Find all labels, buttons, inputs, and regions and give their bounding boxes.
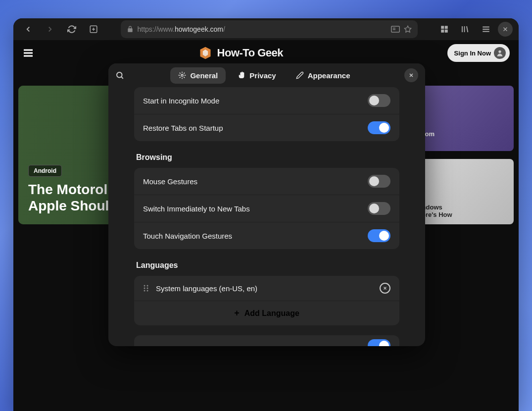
language-label: System languages (en-US, en)	[156, 284, 373, 293]
tab-privacy-label: Privacy	[249, 71, 276, 80]
forward-button[interactable]	[41, 20, 59, 38]
setting-touch-nav: Touch Navigation Gestures	[134, 222, 399, 249]
drag-handle-icon[interactable]	[143, 284, 149, 292]
tab-appearance[interactable]: Appearance	[288, 67, 358, 84]
svg-point-35	[147, 290, 148, 292]
add-language-button[interactable]: + Add Language	[134, 301, 399, 325]
browsing-settings-group: Mouse Gestures Switch Immediately to New…	[134, 168, 399, 249]
hand-icon	[238, 71, 245, 79]
site-header: How-To Geek Sign In Now	[13, 40, 519, 66]
tab-appearance-label: Appearance	[308, 71, 350, 80]
add-language-label: Add Language	[244, 309, 299, 318]
svg-rect-7	[441, 26, 444, 29]
setting-incognito: Start in Incognito Mode	[134, 87, 399, 114]
gear-icon	[178, 71, 186, 79]
switch-tabs-label: Switch Immediately to New Tabs	[143, 205, 250, 213]
close-window-button[interactable]	[498, 22, 513, 37]
incognito-label: Start in Incognito Mode	[143, 97, 219, 105]
tab-privacy[interactable]: Privacy	[230, 67, 284, 84]
settings-modal: General Privacy Appearance Start in Inco…	[108, 63, 425, 346]
remove-language-button[interactable]	[380, 283, 390, 294]
switch-tabs-toggle[interactable]	[368, 202, 390, 215]
startup-settings-group: Start in Incognito Mode Restore Tabs on …	[134, 87, 399, 141]
sign-in-label: Sign In Now	[454, 50, 491, 57]
svg-point-25	[117, 72, 122, 78]
plus-icon: +	[234, 308, 240, 318]
menu-icon[interactable]	[477, 20, 495, 38]
settings-search-icon[interactable]	[115, 71, 124, 80]
svg-rect-8	[445, 26, 448, 29]
svg-point-22	[498, 51, 501, 53]
svg-point-34	[144, 290, 145, 292]
url-text: https://www.howtogeek.com/	[138, 25, 387, 33]
setting-restore-tabs: Restore Tabs on Startup	[134, 114, 399, 141]
setting-mouse-gestures: Mouse Gestures	[134, 168, 399, 195]
tab-general-label: General	[190, 71, 218, 80]
modal-close-button[interactable]	[404, 68, 418, 82]
close-icon	[383, 286, 387, 291]
reload-button[interactable]	[63, 20, 81, 38]
touch-nav-label: Touch Navigation Gestures	[143, 232, 232, 240]
avatar-icon	[494, 47, 506, 59]
back-button[interactable]	[19, 20, 37, 38]
svg-marker-6	[404, 26, 411, 32]
tab-general[interactable]: General	[170, 67, 226, 84]
svg-line-26	[121, 77, 123, 78]
restore-tabs-label: Restore Tabs on Startup	[143, 124, 223, 132]
browser-toolbar: https://www.howtogeek.com/	[13, 18, 519, 40]
site-logo[interactable]: How-To Geek	[198, 46, 283, 60]
close-icon	[408, 72, 414, 78]
svg-point-30	[144, 285, 145, 287]
modal-header: General Privacy Appearance	[108, 63, 425, 87]
reader-mode-icon[interactable]	[391, 26, 400, 33]
mouse-gestures-label: Mouse Gestures	[143, 177, 197, 186]
hero-tag[interactable]: Android	[28, 165, 62, 177]
languages-group: System languages (en-US, en) + Add Langu…	[134, 276, 399, 325]
languages-heading: Languages	[134, 251, 399, 276]
restore-tabs-toggle[interactable]	[368, 121, 390, 134]
language-item-system: System languages (en-US, en)	[134, 276, 399, 301]
lock-icon	[127, 26, 134, 33]
tabs-grid-icon[interactable]	[435, 20, 453, 38]
partial-next-group	[134, 335, 399, 346]
logo-icon	[198, 46, 212, 60]
pencil-icon	[296, 71, 304, 79]
svg-point-32	[144, 288, 145, 289]
library-icon[interactable]	[456, 20, 474, 38]
address-bar[interactable]: https://www.howtogeek.com/	[121, 20, 418, 38]
logo-text: How-To Geek	[217, 47, 283, 59]
svg-rect-9	[441, 30, 444, 33]
svg-point-27	[181, 74, 183, 76]
hamburger-menu[interactable]	[22, 47, 34, 59]
svg-point-33	[147, 288, 148, 289]
sign-in-button[interactable]: Sign In Now	[447, 44, 510, 62]
new-tab-button[interactable]	[85, 20, 102, 38]
svg-line-13	[467, 26, 468, 32]
touch-nav-toggle[interactable]	[368, 229, 390, 242]
incognito-toggle[interactable]	[368, 94, 390, 107]
svg-rect-10	[445, 30, 448, 33]
setting-switch-tabs: Switch Immediately to New Tabs	[134, 195, 399, 222]
partial-toggle[interactable]	[368, 339, 390, 346]
svg-point-31	[147, 285, 148, 287]
browsing-heading: Browsing	[134, 143, 399, 168]
bookmark-icon[interactable]	[404, 25, 412, 33]
mouse-gestures-toggle[interactable]	[368, 175, 390, 188]
